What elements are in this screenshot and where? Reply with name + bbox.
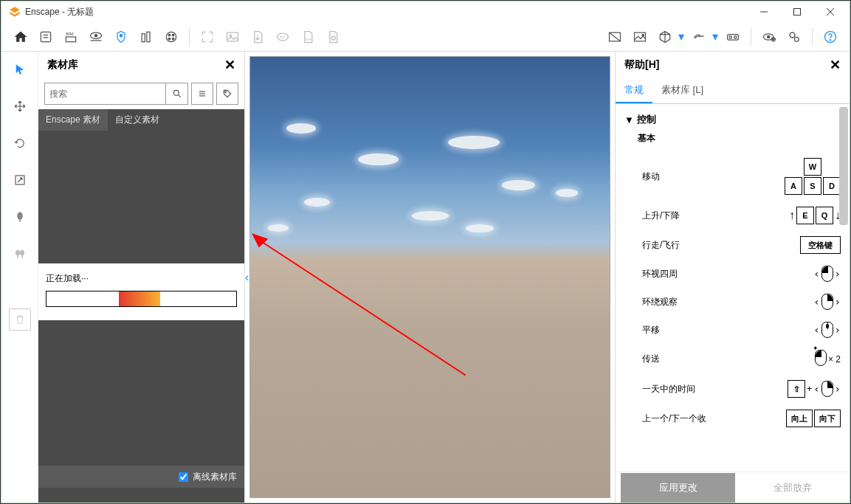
wing-mode-button[interactable] [687, 25, 711, 49]
rotate-tool[interactable] [8, 131, 32, 155]
tab-custom-materials[interactable]: 自定义素材 [108, 109, 167, 131]
svg-point-17 [172, 34, 174, 36]
svg-rect-42 [19, 219, 21, 222]
minimize-button[interactable] [747, 1, 780, 22]
delete-tool[interactable] [9, 308, 31, 331]
scrollbar[interactable] [839, 107, 848, 469]
panorama-button[interactable]: 360 [271, 25, 294, 49]
svg-text:EXE: EXE [306, 38, 312, 41]
svg-point-10 [94, 34, 97, 36]
view-management-button[interactable] [84, 25, 108, 49]
help-panel: 帮助[H] ✕ 常规 素材库 [L] ▼控制 基本 移动 W A S [615, 52, 850, 503]
close-button[interactable] [813, 1, 847, 22]
label-orbit: 环绕观察 [642, 296, 678, 308]
settings-notes-button[interactable] [34, 25, 58, 49]
screenshot-button[interactable] [196, 25, 219, 49]
render-quality-button[interactable] [628, 25, 652, 49]
svg-marker-54 [252, 233, 268, 247]
svg-point-29 [642, 34, 644, 36]
main-toolbar: BIM 360 EXE ▾ ▾ [1, 22, 850, 52]
svg-text:360: 360 [280, 35, 286, 38]
annotation-arrow-icon [250, 215, 466, 392]
svg-point-36 [790, 32, 795, 38]
vr-button[interactable] [721, 25, 745, 49]
help-footer: 应用更改 全部放弃 [616, 472, 850, 503]
single-asset-tool[interactable] [8, 205, 32, 229]
tag-button[interactable] [216, 83, 238, 105]
dropdown-arrow-icon[interactable]: ▾ [712, 30, 720, 44]
multi-asset-tool[interactable] [8, 242, 32, 266]
offline-checkbox[interactable] [179, 472, 188, 482]
matlib-close-button[interactable]: ✕ [224, 57, 235, 73]
select-tool[interactable] [8, 58, 32, 81]
label-move: 移动 [642, 170, 660, 183]
separator-icon [751, 28, 751, 46]
help-close-button[interactable]: ✕ [830, 57, 841, 73]
general-settings-button[interactable] [782, 25, 806, 49]
dropdown-arrow-icon[interactable]: ▾ [678, 30, 686, 44]
tab-general[interactable]: 常规 [616, 78, 652, 103]
svg-point-31 [729, 35, 731, 38]
svg-point-32 [734, 35, 737, 38]
shift-mouse-icon: ⇧ + ‹› [788, 380, 841, 398]
search-button[interactable] [165, 83, 187, 104]
site-context-button[interactable] [134, 25, 158, 49]
asset-library-button[interactable] [109, 25, 133, 49]
app-window: Enscape - 无标题 BIM 360 EXE ▾ ▾ [1, 1, 850, 503]
mouse-right-icon: ‹› [813, 294, 841, 310]
titlebar: Enscape - 无标题 [1, 1, 850, 22]
loading-text: 正在加载··· [46, 272, 237, 285]
list-view-button[interactable] [191, 83, 213, 105]
scale-tool[interactable] [8, 168, 32, 192]
label-updown: 上升/下降 [642, 210, 680, 222]
separator-icon [189, 28, 190, 46]
section-control: 控制 [637, 113, 656, 126]
svg-point-25 [331, 36, 335, 40]
eq-keys-icon: ↑ E Q ↓ [789, 207, 841, 224]
no-image-button[interactable] [603, 25, 627, 49]
svg-rect-20 [227, 32, 238, 41]
svg-point-52 [225, 92, 227, 93]
help-content: ▼控制 基本 移动 W A S D 上升/下降 [616, 104, 850, 472]
collapse-arrow-icon[interactable]: ▼ [624, 114, 634, 125]
move-tool[interactable] [8, 94, 32, 118]
svg-point-37 [794, 37, 799, 41]
perspective-button[interactable] [653, 25, 677, 49]
left-sidebar [1, 52, 38, 503]
exe-export-button[interactable]: EXE [296, 25, 320, 49]
tab-enscape-materials[interactable]: Enscape 素材 [38, 109, 108, 131]
updown-keys-icon: 向上 向下 [786, 410, 841, 427]
search-input[interactable] [45, 83, 165, 104]
discard-button[interactable]: 全部放弃 [735, 473, 850, 503]
svg-rect-13 [142, 33, 145, 41]
help-button[interactable] [819, 25, 842, 49]
wasd-keys-icon: W A S D [785, 158, 841, 195]
viewport-container: ︿ ‹ [245, 52, 615, 503]
main-area: 素材库 ✕ Enscape 素材 自定义素材 正在加载··· [1, 52, 850, 503]
svg-point-16 [168, 34, 170, 36]
material-grid-upper [38, 131, 244, 263]
maximize-button[interactable] [780, 1, 813, 22]
render-viewport[interactable] [249, 56, 610, 498]
svg-text:BIM: BIM [66, 32, 74, 36]
progress-bar [46, 291, 237, 307]
svg-point-19 [172, 38, 174, 40]
video-path-button[interactable] [159, 25, 183, 49]
svg-point-47 [173, 90, 179, 95]
apply-button[interactable]: 应用更改 [621, 473, 735, 503]
collapse-left-button[interactable]: ‹ [245, 271, 249, 284]
matlib-title: 素材库 [47, 58, 78, 72]
web-export-button[interactable] [321, 25, 345, 49]
label-pan: 平移 [642, 324, 660, 336]
tab-help-matlib[interactable]: 素材库 [L] [652, 78, 712, 103]
svg-rect-8 [66, 37, 75, 42]
visual-settings-button[interactable] [757, 25, 781, 49]
help-title: 帮助[H] [624, 58, 659, 72]
home-button[interactable] [9, 25, 32, 49]
svg-point-34 [768, 35, 770, 38]
batch-export-button[interactable] [246, 25, 269, 49]
offline-label: 离线素材库 [193, 471, 237, 483]
image-export-button[interactable] [221, 25, 244, 49]
bim-button[interactable]: BIM [59, 25, 83, 49]
space-key-icon: 空格键 [800, 236, 841, 254]
